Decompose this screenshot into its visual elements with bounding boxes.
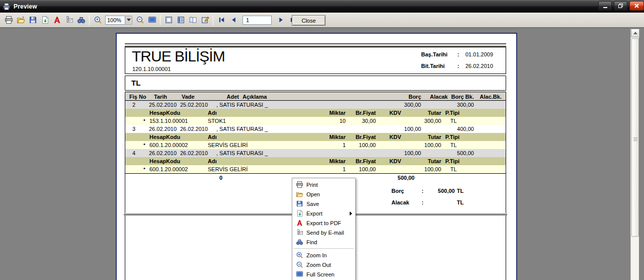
page-number-input[interactable] bbox=[243, 16, 272, 25]
menu-item-label: Save bbox=[306, 201, 319, 207]
menu-item-zoom-in[interactable]: Zoom In bbox=[292, 250, 355, 260]
close-icon bbox=[634, 3, 639, 9]
menu-item-label: Export to PDF bbox=[306, 220, 341, 226]
page-outline-icon bbox=[165, 16, 173, 24]
pdf-icon bbox=[53, 16, 61, 24]
send-email-button[interactable] bbox=[63, 14, 75, 26]
close-button[interactable]: Close bbox=[292, 15, 326, 26]
titlebar: Preview bbox=[0, 0, 644, 13]
view-outline-button[interactable] bbox=[175, 14, 187, 26]
full-screen-button[interactable] bbox=[146, 14, 158, 26]
full-screen-icon bbox=[148, 16, 156, 24]
br-fiyat: 30,00 bbox=[326, 118, 376, 124]
find-icon bbox=[77, 16, 86, 24]
scrollbar-thumb[interactable] bbox=[631, 38, 639, 237]
scrollbar-up-button[interactable] bbox=[631, 29, 639, 37]
page-pencil-icon bbox=[201, 16, 209, 24]
pdf-icon bbox=[295, 219, 304, 227]
table-detail-row: • 153.1.10.00001 STOK1 10 30,00 300,00 T… bbox=[125, 117, 506, 125]
view-edit-button[interactable] bbox=[199, 14, 211, 26]
aciklama: , SATIS FATURASI _ bbox=[216, 150, 268, 156]
end-date-label: Bit.Tarihi bbox=[421, 63, 445, 69]
subcol-adi: Adı bbox=[208, 134, 217, 140]
table-subheader-row: HesapKodu Adı Miktar Br.Fiyat KDV Tutar … bbox=[125, 109, 506, 117]
menu-item-full-screen[interactable]: Full Screen bbox=[292, 269, 355, 279]
export-button[interactable] bbox=[39, 14, 51, 26]
zoom-out-icon bbox=[295, 261, 304, 268]
view-thumbnails-button[interactable] bbox=[163, 14, 175, 26]
close-window-button[interactable] bbox=[629, 1, 644, 11]
window-title: Preview bbox=[14, 3, 37, 10]
menu-item-send-by-email[interactable]: Send by E-mail bbox=[292, 228, 355, 237]
subcol-hesap-kodu: HesapKodu bbox=[149, 110, 180, 116]
colon: : bbox=[422, 199, 424, 205]
vade: 26.02.2010 bbox=[180, 126, 208, 132]
print-button[interactable] bbox=[3, 14, 15, 26]
report-top-band bbox=[125, 43, 506, 47]
borc-bk: 400,00 bbox=[424, 126, 474, 132]
open-button[interactable] bbox=[15, 14, 27, 26]
menu-item-label: Zoom Out bbox=[306, 262, 331, 268]
summary-borc-value: 500,00 bbox=[405, 188, 455, 194]
report-header: TRUE BİLİŞİM 120.1.10.00001 Baş.Tarihi :… bbox=[125, 47, 506, 74]
minimize-button[interactable] bbox=[598, 1, 612, 11]
subcol-hesap-kodu: HesapKodu bbox=[149, 158, 180, 164]
subcol-p-tipi: P.Tipi bbox=[445, 158, 459, 164]
menu-item-label: Print bbox=[306, 182, 318, 188]
menu-item-export[interactable]: Export bbox=[292, 208, 355, 218]
col-fis-no: Fiş No bbox=[129, 94, 146, 100]
fis-no: 2 bbox=[128, 102, 139, 108]
col-adet: Adet bbox=[206, 94, 239, 100]
restore-button[interactable] bbox=[614, 1, 627, 11]
hesap-kodu: 600.1.20.00002 bbox=[149, 142, 188, 148]
zoom-in-button[interactable] bbox=[92, 14, 104, 26]
br-fiyat: 100,00 bbox=[326, 142, 376, 148]
col-vade: Vade bbox=[182, 94, 195, 100]
zoom-level-input[interactable] bbox=[105, 16, 125, 25]
zoom-out-button[interactable] bbox=[134, 14, 146, 26]
menu-separator bbox=[294, 248, 354, 249]
subcol-tutar: Tutar bbox=[391, 134, 441, 140]
open-folder-icon bbox=[295, 190, 304, 198]
menu-item-save[interactable]: Save bbox=[292, 199, 355, 208]
borc-bk: 500,00 bbox=[424, 150, 474, 156]
hesap-kodu: 153.1.10.00001 bbox=[149, 118, 188, 124]
start-date-label: Baş.Tarihi bbox=[421, 51, 447, 57]
menu-item-export-to-pdf[interactable]: Export to PDF bbox=[292, 218, 355, 228]
summary-alacak-unit: TL bbox=[457, 199, 463, 205]
menu-item-label: Zoom In bbox=[306, 252, 327, 258]
menu-item-open[interactable]: Open bbox=[292, 189, 355, 199]
context-menu: Print Open Save Export Export to PDF Sen… bbox=[292, 178, 356, 280]
table-detail-row: • 600.1.20.00002 SERVİS GELİRİ 1 100,00 … bbox=[125, 165, 506, 173]
toolbar-separator bbox=[89, 15, 90, 25]
p-tipi: TL bbox=[450, 142, 457, 148]
view-book-button[interactable] bbox=[187, 14, 199, 26]
bullet-icon: • bbox=[143, 141, 145, 147]
previous-page-button[interactable] bbox=[227, 14, 239, 26]
find-button[interactable] bbox=[75, 14, 87, 26]
bullet-icon: • bbox=[143, 165, 145, 171]
menu-item-find[interactable]: Find bbox=[292, 237, 355, 247]
email-icon bbox=[65, 16, 73, 24]
find-icon bbox=[295, 238, 304, 246]
summary-alacak-label: Alacak bbox=[391, 199, 409, 205]
subcol-br-fiyat: Br.Fiyat bbox=[326, 134, 376, 140]
adi: SERVİS GELİRİ bbox=[208, 142, 248, 148]
table-subheader-row: HesapKodu Adı Miktar Br.Fiyat KDV Tutar … bbox=[125, 157, 506, 165]
next-page-button[interactable] bbox=[275, 14, 287, 26]
table-row-master: 4 26.02.2010 26.02.2010 , SATIS FATURASI… bbox=[125, 149, 506, 157]
vertical-scrollbar[interactable] bbox=[630, 29, 639, 280]
export-pdf-button[interactable] bbox=[51, 14, 63, 26]
adi: SERVİS GELİRİ bbox=[208, 166, 248, 172]
preview-window: Preview bbox=[0, 0, 644, 280]
first-page-button[interactable] bbox=[215, 14, 227, 26]
save-button[interactable] bbox=[27, 14, 39, 26]
export-icon bbox=[41, 16, 49, 24]
menu-item-zoom-out[interactable]: Zoom Out bbox=[292, 260, 355, 269]
aciklama: , SATIS FATURASI _ bbox=[216, 102, 268, 108]
page-list-icon bbox=[177, 16, 185, 24]
menu-item-print[interactable]: Print bbox=[292, 180, 355, 189]
subcol-tutar: Tutar bbox=[391, 110, 441, 116]
zoom-dropdown-button[interactable] bbox=[125, 16, 132, 25]
up-arrow-icon bbox=[633, 32, 637, 34]
